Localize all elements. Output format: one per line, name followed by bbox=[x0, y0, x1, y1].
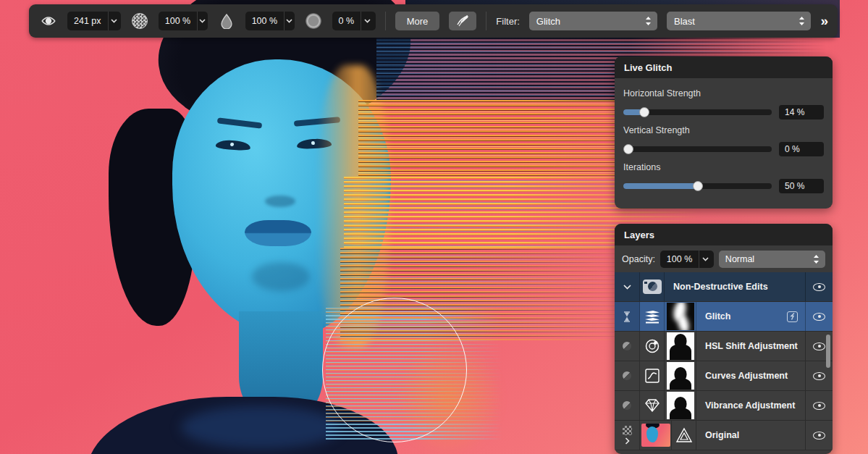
adjustment-halfcircle-icon bbox=[615, 361, 640, 390]
blend-mode-value: Normal bbox=[725, 254, 813, 264]
layer-opacity-select[interactable]: 100 % bbox=[660, 251, 714, 268]
layer-row-vibrance[interactable]: Vibrance Adjustment bbox=[615, 391, 833, 421]
layers-panel: Layers Opacity: 100 % Normal Non-Destruc… bbox=[615, 224, 833, 454]
brush-opacity-value: 100 % bbox=[159, 12, 197, 30]
context-toolbar: 241 px 100 % 100 % 0 % More Filter: Glit… bbox=[29, 4, 838, 38]
portrait-eyebrow bbox=[217, 117, 263, 128]
brush-width-select[interactable]: 241 px bbox=[67, 12, 121, 30]
layer-name[interactable]: Vibrance Adjustment bbox=[696, 391, 805, 420]
hardness-icon bbox=[304, 12, 323, 30]
blend-mode-select[interactable]: Normal bbox=[719, 251, 825, 268]
layer-name[interactable]: Glitch bbox=[696, 302, 805, 331]
vertical-strength-label: Vertical Strength bbox=[623, 125, 824, 135]
more-button[interactable]: More bbox=[395, 12, 440, 30]
chevron-down-icon[interactable] bbox=[699, 251, 711, 268]
edit-target-hourglass-icon[interactable] bbox=[615, 302, 640, 331]
pixel-checker-icon bbox=[623, 426, 632, 435]
toolbar-separator bbox=[486, 12, 486, 30]
brush-opacity-select[interactable]: 100 % bbox=[159, 12, 208, 30]
visibility-eye-icon[interactable] bbox=[805, 302, 833, 331]
slider-thumb[interactable] bbox=[639, 107, 649, 117]
layer-name-text: Glitch bbox=[705, 311, 730, 321]
visibility-eye-icon[interactable] bbox=[805, 272, 833, 301]
iterations-label: Iterations bbox=[623, 162, 824, 172]
brush-width-icon bbox=[39, 12, 58, 30]
app-window: 241 px 100 % 100 % 0 % More Filter: Glit… bbox=[0, 0, 868, 454]
layers-scrollbar[interactable] bbox=[826, 335, 830, 368]
layer-name[interactable]: Non-Destructive Edits bbox=[665, 272, 805, 301]
pixel-layer-status[interactable] bbox=[615, 421, 640, 450]
layer-name[interactable]: Curves Adjustment bbox=[696, 361, 805, 390]
glitch-mask-thumbnail[interactable] bbox=[665, 302, 696, 331]
vertical-strength-value[interactable]: 0 % bbox=[779, 142, 824, 156]
live-filter-layer-icon bbox=[640, 302, 665, 331]
adjustment-halfcircle-icon bbox=[615, 332, 640, 361]
brush-width-value: 241 px bbox=[67, 12, 108, 30]
layer-list: Non-Destructive Edits Glitch bbox=[615, 272, 833, 450]
layer-row-original[interactable]: Original bbox=[615, 421, 833, 450]
group-layer-icon bbox=[640, 272, 665, 301]
layer-row-hsl-shift[interactable]: HSL Shift Adjustment bbox=[615, 332, 833, 361]
toolbar-separator bbox=[385, 12, 386, 30]
vertical-strength-slider[interactable] bbox=[623, 146, 772, 152]
portrait-shoulder-highlight bbox=[181, 405, 340, 449]
brush-hardness-value: 0 % bbox=[332, 12, 361, 30]
layer-row-glitch[interactable]: Glitch bbox=[615, 302, 833, 332]
curves-adjustment-icon bbox=[640, 361, 665, 390]
filter-label: Filter: bbox=[496, 16, 520, 27]
filter-mode-select[interactable]: Blast bbox=[667, 12, 811, 30]
iterations-slider[interactable] bbox=[623, 183, 772, 189]
opacity-icon bbox=[130, 12, 149, 30]
iterations-value[interactable]: 50 % bbox=[779, 179, 824, 193]
layers-panel-title: Layers bbox=[615, 224, 833, 245]
portrait-eye bbox=[216, 139, 251, 151]
visibility-eye-icon[interactable] bbox=[805, 421, 833, 450]
brush-cursor-circle bbox=[322, 298, 467, 442]
overflow-double-chevron-icon[interactable]: » bbox=[820, 13, 827, 29]
filter-select-value: Glitch bbox=[536, 16, 645, 27]
horizontal-strength-slider[interactable] bbox=[623, 109, 772, 115]
expand-chevron-right-icon bbox=[625, 437, 630, 445]
paint-brush-button[interactable] bbox=[449, 12, 476, 30]
flow-droplet-icon bbox=[217, 12, 236, 30]
live-filter-badge-icon bbox=[787, 311, 798, 322]
slider-thumb[interactable] bbox=[623, 144, 633, 154]
embedded-document-icon bbox=[672, 421, 696, 450]
live-glitch-panel-title: Live Glitch bbox=[615, 56, 833, 78]
layer-row-non-destructive-edits[interactable]: Non-Destructive Edits bbox=[615, 272, 833, 302]
layer-row-curves[interactable]: Curves Adjustment bbox=[615, 361, 833, 391]
brush-hardness-select[interactable]: 0 % bbox=[332, 12, 376, 30]
filter-select[interactable]: Glitch bbox=[529, 12, 657, 30]
chevron-down-icon[interactable] bbox=[361, 12, 373, 30]
chevron-down-icon[interactable] bbox=[108, 12, 120, 30]
adjustment-halfcircle-icon bbox=[615, 391, 640, 420]
curves-mask-thumbnail[interactable] bbox=[665, 361, 696, 390]
chevron-down-icon[interactable] bbox=[284, 12, 294, 30]
opacity-label: Opacity: bbox=[622, 254, 655, 264]
hsl-adjustment-icon bbox=[640, 332, 665, 361]
horizontal-strength-label: Horizontal Strength bbox=[623, 88, 824, 98]
layer-name[interactable]: Original bbox=[696, 421, 805, 450]
live-glitch-panel: Live Glitch Horizontal Strength 14 % Ver… bbox=[615, 56, 833, 209]
visibility-eye-icon[interactable] bbox=[805, 391, 833, 420]
hsl-mask-thumbnail[interactable] bbox=[665, 332, 696, 361]
layer-opacity-value: 100 % bbox=[660, 251, 699, 268]
brush-flow-select[interactable]: 100 % bbox=[245, 12, 295, 30]
portrait-chin-shadow bbox=[252, 262, 310, 291]
brush-flow-value: 100 % bbox=[245, 12, 284, 30]
original-image-thumbnail[interactable] bbox=[640, 421, 672, 450]
group-expand-chevron-icon[interactable] bbox=[615, 272, 640, 301]
vibrance-adjustment-icon bbox=[640, 391, 665, 420]
layer-name[interactable]: HSL Shift Adjustment bbox=[696, 332, 805, 361]
updown-arrows-icon bbox=[799, 16, 805, 26]
updown-arrows-icon bbox=[813, 254, 819, 264]
updown-arrows-icon bbox=[645, 16, 652, 26]
horizontal-strength-value[interactable]: 14 % bbox=[779, 105, 824, 119]
vibrance-mask-thumbnail[interactable] bbox=[665, 391, 696, 420]
filter-mode-select-value: Blast bbox=[674, 16, 799, 27]
portrait-nose-shadow bbox=[265, 196, 295, 207]
portrait-lips bbox=[245, 220, 311, 246]
chevron-down-icon[interactable] bbox=[197, 12, 207, 30]
slider-thumb[interactable] bbox=[693, 181, 703, 191]
